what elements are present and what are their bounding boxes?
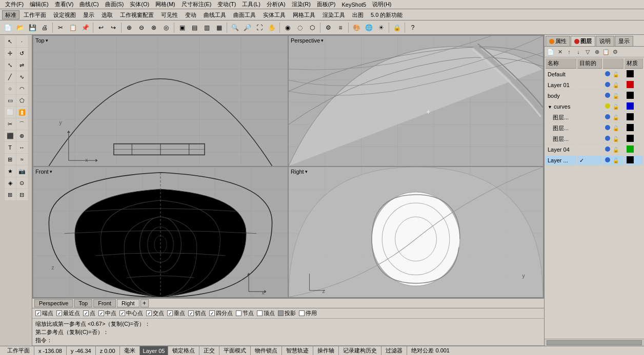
snap-intersect[interactable]: 交点 bbox=[146, 309, 164, 317]
right-panel-scrollbar[interactable] bbox=[545, 339, 644, 346]
menu-transform[interactable]: 变动(T) bbox=[214, 1, 239, 8]
paste-icon[interactable]: 📌 bbox=[79, 22, 91, 33]
layer-name-default[interactable]: Default bbox=[546, 70, 576, 79]
select-tool[interactable]: ↖ bbox=[5, 36, 16, 47]
snap-disable-cb[interactable] bbox=[299, 310, 305, 316]
extrude-tool[interactable]: ⏫ bbox=[16, 107, 28, 118]
tb-surface-tools[interactable]: 曲面工具 bbox=[230, 10, 259, 19]
text-tool[interactable]: T bbox=[5, 142, 16, 153]
layer-lock-01[interactable]: 🔓 bbox=[613, 82, 619, 88]
new-icon[interactable]: 📄 bbox=[2, 22, 13, 33]
status-snap5[interactable]: 智慧轨迹 bbox=[282, 346, 313, 355]
menu-dim[interactable]: 尺寸标注(E) bbox=[178, 1, 215, 8]
layer-vis-tool[interactable]: ◈ bbox=[5, 177, 16, 189]
snap-icon[interactable]: ⚙ bbox=[323, 22, 334, 33]
rp-new-icon[interactable]: 📄 bbox=[547, 48, 555, 56]
status-snap2[interactable]: 正交 bbox=[199, 346, 219, 355]
tb-visibility[interactable]: 可见性 bbox=[158, 10, 181, 19]
line-tool[interactable]: ╱ bbox=[5, 71, 16, 82]
snap-project[interactable]: 投影 bbox=[278, 309, 296, 317]
tb-transform[interactable]: 变动 bbox=[182, 10, 199, 19]
menu-edit[interactable]: 编辑(E) bbox=[27, 1, 52, 8]
viewport-front-label[interactable]: Front bbox=[35, 169, 52, 175]
layer-name-body[interactable]: body bbox=[546, 91, 576, 101]
rpanel-tab-notes[interactable]: 说明 bbox=[596, 36, 614, 46]
tb-viewport-config[interactable]: 工作视窗配置 bbox=[117, 10, 157, 19]
undo-icon[interactable]: ↩ bbox=[95, 22, 107, 33]
snap-nearest[interactable]: 最近点 bbox=[56, 309, 80, 317]
snap-center[interactable]: 中心点 bbox=[119, 309, 143, 317]
collapse-icon[interactable]: ▼ bbox=[548, 105, 552, 110]
zoom-ext-icon[interactable]: ⛶ bbox=[254, 22, 265, 33]
viewport-right-label[interactable]: Right bbox=[291, 169, 308, 175]
zoom-in-icon[interactable]: 🔍 bbox=[229, 22, 240, 33]
snap-vertex[interactable]: 顶点 bbox=[257, 309, 275, 317]
help-icon[interactable]: ? bbox=[407, 22, 418, 33]
rpanel-tab-props[interactable]: 属性 bbox=[546, 36, 570, 46]
snap-endpoint-cb[interactable] bbox=[35, 310, 41, 316]
layer-lock-default[interactable]: 🔓 bbox=[613, 72, 619, 77]
viewport-top-label[interactable]: Top bbox=[35, 37, 48, 44]
snap-tan-cb[interactable] bbox=[188, 310, 194, 316]
vp-tab-perspective[interactable]: Perspective bbox=[34, 299, 73, 307]
render-icon[interactable]: 🎨 bbox=[351, 22, 362, 33]
cut-icon[interactable]: ✂ bbox=[55, 22, 66, 33]
layer-lock-sub3[interactable]: 🔓 bbox=[613, 136, 619, 142]
tool6-icon[interactable]: ▤ bbox=[189, 22, 200, 33]
tb-mesh-tools[interactable]: 网格工具 bbox=[290, 10, 318, 19]
solid-tool[interactable]: ⬛ bbox=[5, 130, 16, 141]
status-snap1[interactable]: 锁定格点 bbox=[168, 346, 199, 355]
shade-wire-icon[interactable]: ⬡ bbox=[307, 22, 318, 33]
tool8-icon[interactable]: ▦ bbox=[213, 22, 225, 33]
tool2-icon[interactable]: ⊖ bbox=[136, 22, 147, 33]
layer-name-sub2[interactable]: 图层... bbox=[546, 123, 576, 133]
fillet-tool[interactable]: ⌒ bbox=[16, 118, 28, 130]
snap-knot[interactable]: 节点 bbox=[236, 309, 254, 317]
tool7-icon[interactable]: ▥ bbox=[201, 22, 212, 33]
save-icon[interactable]: 💾 bbox=[27, 22, 38, 33]
point-tool[interactable]: · bbox=[16, 36, 28, 47]
mirror-tool[interactable]: ⇌ bbox=[16, 59, 28, 71]
menu-render[interactable]: 渲染(R) bbox=[289, 1, 314, 8]
render3-icon[interactable]: ☀ bbox=[375, 22, 387, 33]
layer-name-sub1[interactable]: 图层... bbox=[546, 113, 576, 122]
tb-curve-tools[interactable]: 曲线工具 bbox=[200, 10, 229, 19]
menu-tools[interactable]: 工具(L) bbox=[239, 1, 263, 8]
menu-file[interactable]: 文件(F) bbox=[2, 1, 27, 8]
snap-perp-cb[interactable] bbox=[167, 310, 173, 316]
rotate-tool[interactable]: ↺ bbox=[16, 48, 28, 59]
rp-settings-icon[interactable]: ⚙ bbox=[611, 48, 619, 56]
viewport-top[interactable]: Top bbox=[33, 36, 288, 166]
layer-name-curves[interactable]: ▼ curves bbox=[546, 102, 576, 112]
tool4-icon[interactable]: ◎ bbox=[160, 22, 172, 33]
status-snap8[interactable]: 过滤器 bbox=[381, 346, 407, 355]
rpanel-tab-display[interactable]: 显示 bbox=[615, 36, 633, 46]
snap-nearest-cb[interactable] bbox=[56, 310, 62, 316]
rpanel-tab-layers[interactable]: 图层 bbox=[571, 36, 595, 46]
pan-icon[interactable]: ✋ bbox=[266, 22, 277, 33]
tb-new-features[interactable]: 5.0 的新功能 bbox=[368, 10, 406, 19]
snap-quad-cb[interactable] bbox=[209, 310, 215, 316]
tb-solid-tools[interactable]: 实体工具 bbox=[260, 10, 289, 19]
tb-render-tools[interactable]: 渲染工具 bbox=[319, 10, 348, 19]
tool3-icon[interactable]: ⊗ bbox=[148, 22, 159, 33]
menu-keyshot[interactable]: KeyShot5 bbox=[339, 2, 370, 8]
vp-tab-add[interactable]: + bbox=[140, 299, 149, 307]
lock-icon[interactable]: 🔒 bbox=[391, 22, 402, 33]
open-icon[interactable]: 📂 bbox=[14, 22, 26, 33]
status-layer[interactable]: Layer 05 bbox=[140, 346, 169, 355]
status-snap6[interactable]: 操作轴 bbox=[313, 346, 339, 355]
arc-tool[interactable]: ◠ bbox=[16, 83, 28, 94]
menu-surface[interactable]: 曲面(S) bbox=[102, 1, 127, 8]
rp-filter-icon[interactable]: ▽ bbox=[583, 48, 592, 56]
snap-center-cb[interactable] bbox=[119, 310, 125, 316]
mesh-tool[interactable]: ⊞ bbox=[5, 154, 16, 165]
dim-tool[interactable]: ↔ bbox=[16, 142, 28, 153]
layer-name-active[interactable]: Layer ... bbox=[546, 156, 576, 165]
snap-midpoint-cb[interactable] bbox=[98, 310, 104, 316]
tb-output[interactable]: 出图 bbox=[349, 10, 367, 19]
tb-standard[interactable]: 标准 bbox=[2, 10, 19, 19]
layer-lock-04[interactable]: 🔓 bbox=[613, 147, 619, 153]
status-snap7[interactable]: 记录建构历史 bbox=[339, 346, 381, 355]
layer-lock-sub1[interactable]: 🔓 bbox=[613, 115, 619, 120]
